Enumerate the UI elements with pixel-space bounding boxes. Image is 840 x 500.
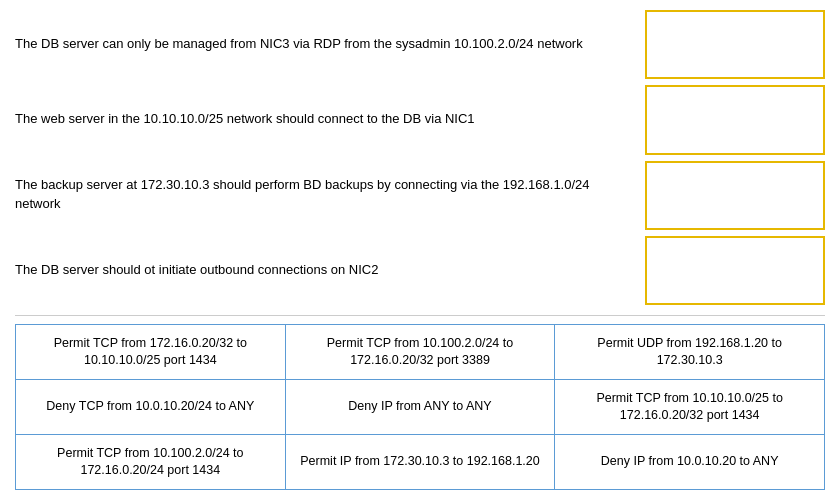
bottom-section: Permit TCP from 172.16.0.20/32 to 10.10.… [15,315,825,490]
option-cell-6[interactable]: Permit TCP from 10.10.10.0/25 to 172.16.… [555,380,825,435]
options-grid: Permit TCP from 172.16.0.20/32 to 10.10.… [15,324,825,490]
question-text-1: The DB server can only be managed from N… [15,35,583,53]
questions-column: The DB server can only be managed from N… [15,10,635,305]
option-cell-2[interactable]: Permit TCP from 10.100.2.0/24 to 172.16.… [286,325,556,380]
answer-boxes-column [645,10,825,305]
main-container: The DB server can only be managed from N… [0,0,840,500]
option-label-7: Permit TCP from 10.100.2.0/24 to 172.16.… [26,445,275,480]
option-label-2: Permit TCP from 10.100.2.0/24 to 172.16.… [296,335,545,370]
answer-box-1[interactable] [645,10,825,79]
option-cell-5[interactable]: Deny IP from ANY to ANY [286,380,556,435]
option-label-3: Permit UDP from 192.168.1.20 to 172.30.1… [565,335,814,370]
option-label-8: Permit IP from 172.30.10.3 to 192.168.1.… [300,453,540,471]
answer-box-3[interactable] [645,161,825,230]
answer-box-2[interactable] [645,85,825,154]
option-label-6: Permit TCP from 10.10.10.0/25 to 172.16.… [565,390,814,425]
option-cell-3[interactable]: Permit UDP from 192.168.1.20 to 172.30.1… [555,325,825,380]
question-item-2: The web server in the 10.10.10.0/25 netw… [15,85,635,154]
question-text-4: The DB server should ot initiate outboun… [15,261,379,279]
option-label-9: Deny IP from 10.0.10.20 to ANY [601,453,779,471]
question-text-3: The backup server at 172.30.10.3 should … [15,176,635,212]
option-cell-8[interactable]: Permit IP from 172.30.10.3 to 192.168.1.… [286,435,556,490]
option-cell-4[interactable]: Deny TCP from 10.0.10.20/24 to ANY [16,380,286,435]
question-text-2: The web server in the 10.10.10.0/25 netw… [15,110,475,128]
question-item-1: The DB server can only be managed from N… [15,10,635,79]
option-label-4: Deny TCP from 10.0.10.20/24 to ANY [46,398,254,416]
option-label-5: Deny IP from ANY to ANY [348,398,491,416]
question-item-3: The backup server at 172.30.10.3 should … [15,161,635,230]
option-cell-9[interactable]: Deny IP from 10.0.10.20 to ANY [555,435,825,490]
option-cell-7[interactable]: Permit TCP from 10.100.2.0/24 to 172.16.… [16,435,286,490]
option-cell-1[interactable]: Permit TCP from 172.16.0.20/32 to 10.10.… [16,325,286,380]
question-item-4: The DB server should ot initiate outboun… [15,236,635,305]
answer-box-4[interactable] [645,236,825,305]
option-label-1: Permit TCP from 172.16.0.20/32 to 10.10.… [26,335,275,370]
top-section: The DB server can only be managed from N… [15,10,825,315]
